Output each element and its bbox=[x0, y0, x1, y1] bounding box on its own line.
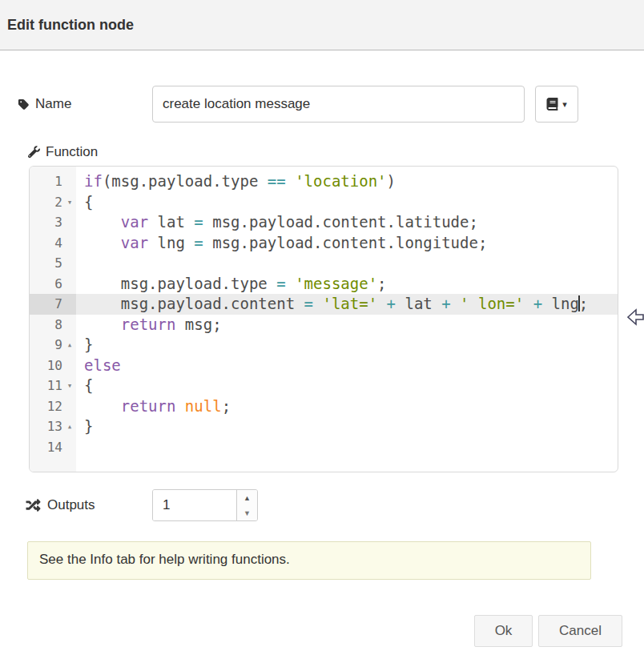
chevron-down-icon: ▾ bbox=[562, 100, 567, 109]
code-line[interactable]: { bbox=[76, 376, 618, 396]
gutter-line-number: 4 bbox=[30, 233, 76, 254]
code-line[interactable]: if(msg.payload.type == 'location') bbox=[76, 171, 618, 192]
gutter-line-number: 14 bbox=[30, 437, 76, 458]
code-line[interactable]: return msg; bbox=[76, 315, 618, 336]
gutter-line-number: 10 bbox=[30, 356, 76, 376]
edit-function-dialog: Edit function node Name ▾ Function 12▾34… bbox=[0, 0, 644, 663]
editor-code[interactable]: if(msg.payload.type == 'location'){ var … bbox=[76, 167, 618, 457]
function-section-label: Function bbox=[27, 143, 98, 162]
code-line[interactable]: msg.payload.content = 'lat=' + lat + ' l… bbox=[76, 294, 618, 315]
dialog-title: Edit function node bbox=[7, 17, 134, 34]
outputs-spinner: ▲ ▼ bbox=[152, 489, 258, 521]
gutter-line-number: 7 bbox=[30, 294, 76, 315]
name-label: Name bbox=[35, 96, 71, 112]
name-row-label: Name bbox=[18, 86, 71, 123]
fold-open-icon[interactable]: ▾ bbox=[64, 376, 75, 396]
gutter-line-number: 2▾ bbox=[30, 192, 76, 213]
outputs-input[interactable] bbox=[153, 490, 237, 520]
tag-icon bbox=[18, 98, 30, 110]
name-input[interactable] bbox=[152, 86, 525, 123]
code-line[interactable]: var lng = msg.payload.content.longitude; bbox=[76, 233, 618, 254]
fold-closed-icon[interactable]: ▴ bbox=[64, 416, 75, 437]
code-line[interactable] bbox=[76, 437, 618, 458]
code-line[interactable]: { bbox=[76, 192, 618, 213]
code-line[interactable]: } bbox=[76, 416, 618, 437]
code-line[interactable] bbox=[76, 253, 618, 274]
info-tip: See the Info tab for help writing functi… bbox=[27, 541, 591, 580]
mouse-cursor-icon bbox=[627, 308, 644, 327]
text-cursor bbox=[578, 295, 580, 311]
library-button[interactable]: ▾ bbox=[535, 86, 578, 123]
code-line[interactable]: } bbox=[76, 335, 618, 356]
shuffle-icon bbox=[25, 498, 42, 512]
gutter-line-number: 11▾ bbox=[30, 376, 76, 396]
gutter-line-number: 8 bbox=[30, 315, 76, 336]
book-icon bbox=[546, 98, 558, 110]
code-line[interactable]: return null; bbox=[76, 396, 618, 417]
outputs-label: Outputs bbox=[47, 497, 95, 513]
gutter-line-number: 6 bbox=[30, 274, 76, 295]
code-line[interactable]: var lat = msg.payload.content.latitude; bbox=[76, 212, 618, 233]
gutter-line-number: 12 bbox=[30, 396, 76, 417]
spinner-up-button[interactable]: ▲ bbox=[237, 490, 257, 505]
cancel-button[interactable]: Cancel bbox=[538, 615, 622, 647]
dialog-header: Edit function node bbox=[0, 0, 644, 50]
code-line[interactable]: msg.payload.type = 'message'; bbox=[76, 274, 618, 295]
code-line[interactable]: else bbox=[76, 356, 618, 376]
gutter-line-number: 13▴ bbox=[30, 416, 76, 437]
gutter-line-number: 5 bbox=[30, 253, 76, 274]
gutter-line-number: 9▴ bbox=[30, 335, 76, 356]
info-tip-text: See the Info tab for help writing functi… bbox=[39, 552, 290, 567]
code-editor[interactable]: 12▾3456789▴1011▾1213▴14 if(msg.payload.t… bbox=[29, 166, 618, 472]
wrench-icon bbox=[27, 146, 40, 159]
editor-gutter: 12▾3456789▴1011▾1213▴14 bbox=[30, 167, 76, 472]
spinner-buttons: ▲ ▼ bbox=[236, 490, 257, 520]
outputs-row-label: Outputs bbox=[25, 489, 95, 521]
fold-open-icon[interactable]: ▾ bbox=[64, 192, 75, 213]
ok-button[interactable]: Ok bbox=[474, 615, 533, 647]
function-label: Function bbox=[46, 144, 98, 160]
fold-closed-icon[interactable]: ▴ bbox=[64, 335, 75, 356]
spinner-down-button[interactable]: ▼ bbox=[237, 505, 257, 520]
gutter-line-number: 1 bbox=[30, 171, 76, 192]
gutter-line-number: 3 bbox=[30, 212, 76, 233]
